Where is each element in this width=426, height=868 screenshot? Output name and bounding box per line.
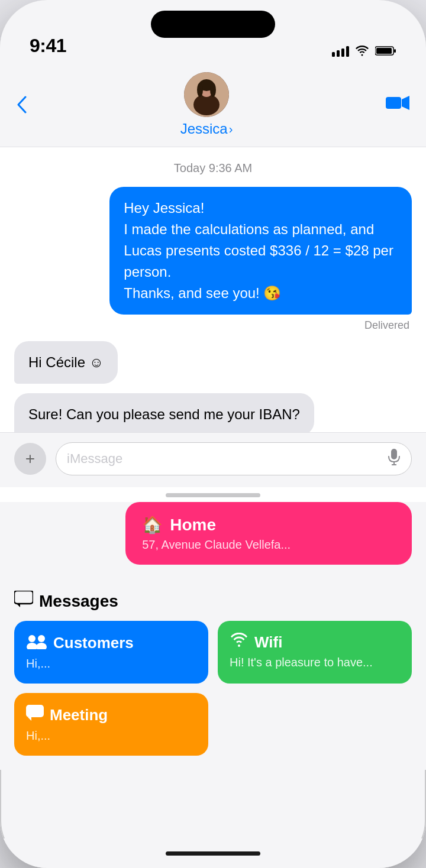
avatar [184, 72, 229, 117]
message-timestamp: Today 9:36 AM [14, 161, 412, 175]
nav-header: Jessica › [0, 65, 426, 147]
contact-name: Jessica › [180, 121, 233, 137]
contact-chevron: › [229, 122, 233, 136]
shortcut-card-wifi[interactable]: Wifi Hi! It's a pleasure to have... [218, 621, 412, 684]
customers-title: Customers [26, 633, 196, 653]
second-shortcut-row: Meeting Hi,... [14, 693, 412, 756]
svg-point-8 [197, 83, 203, 97]
svg-rect-10 [386, 97, 401, 109]
svg-point-18 [38, 635, 45, 642]
shortcut-grid: Customers Hi,... Wifi Hi! It's a pleasur… [14, 621, 412, 684]
message-row-sent: Hey Jessica! I made the calculations as … [14, 187, 412, 315]
status-time: 9:41 [30, 35, 66, 57]
home-shortcut-subtitle: 57, Avenue Claude Vellefa... [142, 538, 395, 552]
customers-icon [26, 633, 47, 653]
message-row-recv-2: Sure! Can you please send me your IBAN? [14, 393, 412, 432]
wifi-icon [355, 46, 369, 56]
svg-point-19 [27, 643, 37, 649]
shortcut-card-meeting[interactable]: Meeting Hi,... [14, 693, 208, 756]
wifi-shortcut-icon [230, 633, 248, 652]
wifi-shortcut-title: Wifi [230, 633, 400, 652]
input-bar: + iMessage [0, 432, 426, 487]
svg-rect-2 [394, 49, 396, 53]
bubble-recv-2: Sure! Can you please send me your IBAN? [14, 393, 314, 432]
home-bar-indicator [166, 851, 260, 856]
home-icon: 🏠 [142, 515, 163, 535]
bottom-bar [0, 838, 426, 868]
meeting-title: Meeting [26, 705, 196, 726]
home-shortcut-card[interactable]: 🏠 Home 57, Avenue Claude Vellefa... [125, 502, 412, 565]
home-shortcut-title: 🏠 Home [142, 515, 395, 535]
message-input-field[interactable]: iMessage [56, 442, 412, 475]
meeting-icon [26, 705, 44, 726]
bubble-sent-1: Hey Jessica! I made the calculations as … [109, 187, 412, 315]
shortcut-card-customers[interactable]: Customers Hi,... [14, 621, 208, 684]
svg-rect-21 [26, 705, 44, 717]
wifi-subtitle: Hi! It's a pleasure to have... [230, 656, 400, 669]
messages-section-header: Messages [14, 591, 412, 611]
status-icons [332, 45, 396, 57]
messages-section-icon [14, 591, 33, 611]
status-bar: 9:41 [0, 0, 426, 65]
svg-point-9 [210, 83, 216, 97]
widgets-area: 🏠 Home 57, Avenue Claude Vellefa... Mess… [0, 502, 426, 770]
mic-icon[interactable] [388, 449, 401, 469]
svg-rect-1 [376, 48, 392, 54]
delivered-label: Delivered [14, 319, 412, 332]
signal-icon [332, 45, 349, 57]
message-placeholder: iMessage [67, 451, 380, 467]
meeting-subtitle: Hi,... [26, 729, 196, 743]
home-indicator-bar [166, 493, 260, 497]
svg-marker-11 [402, 96, 409, 110]
back-button[interactable] [17, 96, 27, 114]
svg-rect-15 [14, 591, 33, 604]
video-call-button[interactable] [386, 95, 409, 115]
dynamic-island [151, 11, 275, 38]
svg-point-5 [193, 94, 220, 115]
svg-marker-22 [28, 717, 31, 721]
home-indicator-area [0, 487, 426, 502]
contact-info[interactable]: Jessica › [180, 72, 233, 137]
bubble-recv-1: Hi Cécile ☺️ [14, 341, 118, 384]
svg-point-17 [28, 635, 36, 642]
customers-subtitle: Hi,... [26, 657, 196, 671]
message-list: Today 9:36 AM Hey Jessica! I made the ca… [0, 147, 426, 432]
add-attachment-button[interactable]: + [14, 443, 46, 475]
battery-icon [375, 46, 396, 56]
svg-rect-12 [391, 449, 397, 459]
chat-area: Today 9:36 AM Hey Jessica! I made the ca… [0, 147, 426, 502]
phone-frame: 9:41 [0, 0, 426, 868]
svg-point-20 [36, 643, 47, 649]
message-row-recv-1: Hi Cécile ☺️ [14, 341, 412, 384]
